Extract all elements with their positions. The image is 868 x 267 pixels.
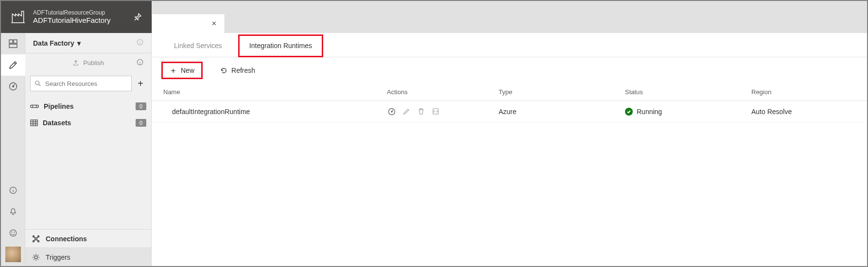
svg-point-23 [38, 240, 39, 242]
icon-rail [1, 33, 25, 266]
factory-name: ADFTutorialHiveFactory [33, 16, 110, 25]
gear-icon [32, 253, 40, 261]
info-icon[interactable] [137, 39, 143, 47]
svg-point-19 [35, 237, 37, 239]
pencil-icon [9, 61, 17, 69]
svg-rect-18 [31, 120, 37, 126]
count-badge: 0 [136, 102, 146, 110]
header-titles: ADFTutorialResourceGroup ADFTutorialHive… [33, 9, 110, 25]
status-text: Running [637, 108, 662, 116]
code-action[interactable] [431, 107, 440, 117]
search-icon [35, 80, 41, 87]
svg-point-1 [159, 21, 161, 22]
pipeline-icon [30, 104, 39, 109]
pin-button[interactable] [130, 10, 145, 24]
content-area: Linked Services Integration Runtimes + N… [152, 33, 867, 266]
svg-rect-6 [14, 40, 17, 43]
explorer-panel: Data Factory ▾ Publish + [25, 33, 152, 266]
pin-icon [134, 13, 141, 21]
rail-overview[interactable] [1, 33, 25, 54]
col-actions: Actions [387, 88, 499, 96]
rail-info[interactable] [1, 180, 25, 201]
publish-label: Publish [83, 59, 104, 67]
new-button[interactable]: + New [161, 62, 203, 79]
refresh-icon [220, 67, 227, 74]
publish-button[interactable]: Publish [25, 53, 151, 72]
info-icon [9, 186, 17, 194]
cell-status: Running [625, 108, 751, 116]
search-field[interactable] [45, 80, 127, 87]
rail-monitor[interactable] [1, 76, 25, 97]
tab-bar: Connections ✕ [152, 1, 867, 33]
monitor-action[interactable] [387, 107, 397, 117]
rail-author[interactable] [1, 54, 25, 76]
sub-tabs: Linked Services Integration Runtimes [152, 33, 867, 57]
table-icon [30, 119, 38, 127]
count-badge: 0 [136, 119, 146, 127]
trash-icon [417, 108, 425, 115]
nav-label: Triggers [46, 253, 70, 261]
svg-point-4 [164, 25, 165, 26]
table-header: Name Actions Type Status Region [152, 83, 867, 101]
search-input[interactable] [30, 76, 132, 91]
col-type: Type [499, 88, 625, 96]
tab-connections[interactable]: Connections ✕ [152, 14, 225, 33]
col-region: Region [751, 88, 855, 96]
header-left: ADFTutorialResourceGroup ADFTutorialHive… [1, 1, 152, 33]
smile-icon [9, 229, 17, 237]
rail-feedback[interactable] [1, 222, 25, 244]
rail-notifications[interactable] [1, 201, 25, 222]
svg-point-20 [33, 235, 35, 237]
cell-type: Azure [499, 108, 625, 116]
svg-point-11 [10, 230, 16, 236]
svg-point-24 [35, 256, 37, 259]
new-label: New [181, 67, 194, 74]
scope-label: Data Factory [33, 39, 74, 47]
runtime-table: Name Actions Type Status Region defaultI… [152, 83, 867, 122]
scope-selector[interactable]: Data Factory ▾ [25, 33, 151, 53]
gauge-icon [388, 108, 396, 116]
cell-region: Auto Resolve [751, 108, 855, 116]
svg-point-0 [161, 22, 163, 24]
nav-triggers[interactable]: Triggers [25, 248, 151, 266]
svg-rect-7 [9, 44, 17, 48]
subtab-integration-runtimes[interactable]: Integration Runtimes [239, 35, 323, 57]
svg-point-9 [12, 86, 13, 87]
delete-action[interactable] [416, 107, 426, 117]
nav-label: Connections [46, 235, 87, 243]
tree-item-datasets[interactable]: Datasets 0 [30, 115, 146, 131]
add-resource-button[interactable]: + [135, 78, 146, 89]
info-icon[interactable] [137, 59, 143, 67]
tree-item-pipelines[interactable]: Pipelines 0 [30, 98, 146, 115]
connections-icon [159, 20, 166, 27]
svg-point-22 [33, 240, 35, 242]
tree-item-label: Pipelines [44, 102, 73, 110]
top-header: ADFTutorialResourceGroup ADFTutorialHive… [1, 1, 867, 33]
svg-point-21 [38, 235, 39, 237]
subtab-label: Linked Services [174, 42, 222, 50]
factory-icon [10, 9, 26, 25]
upload-icon [72, 59, 79, 66]
refresh-button[interactable]: Refresh [213, 63, 262, 78]
tab-label: Connections [170, 20, 208, 28]
pencil-icon [403, 108, 410, 115]
svg-point-16 [35, 81, 39, 85]
gauge-icon [9, 82, 17, 91]
toolbar: + New Refresh [152, 57, 867, 83]
close-icon[interactable]: ✕ [211, 20, 217, 27]
avatar[interactable] [5, 247, 21, 262]
plus-icon: + [170, 67, 177, 74]
svg-rect-5 [9, 40, 13, 43]
overview-icon [9, 39, 17, 48]
subtab-linked-services[interactable]: Linked Services [163, 35, 233, 57]
tree-item-label: Datasets [43, 119, 71, 127]
bell-icon [9, 208, 17, 216]
cell-name: defaultIntegrationRuntime [163, 108, 387, 116]
svg-rect-17 [31, 105, 39, 108]
nav-connections[interactable]: Connections [25, 229, 151, 248]
resource-group-name: ADFTutorialResourceGroup [33, 9, 110, 16]
edit-action[interactable] [401, 107, 411, 117]
svg-point-13 [14, 232, 15, 233]
svg-point-2 [164, 21, 165, 22]
col-name: Name [163, 88, 387, 96]
